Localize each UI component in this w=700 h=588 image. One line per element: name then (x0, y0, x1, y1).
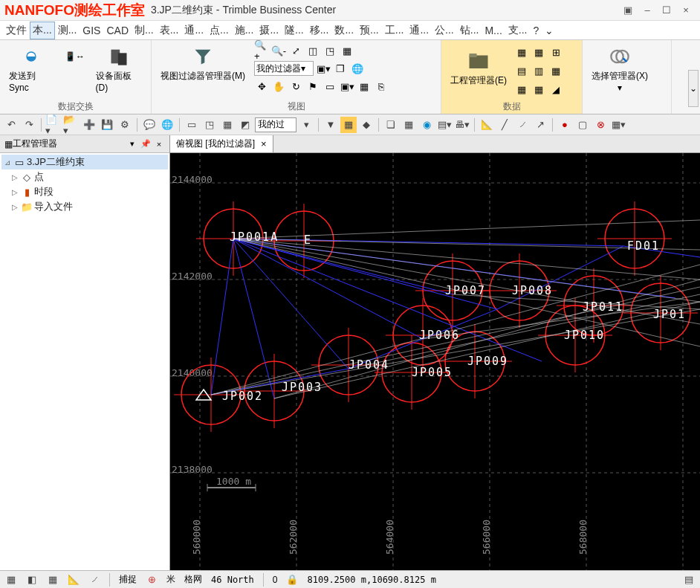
menu-6[interactable]: 表... (157, 22, 182, 39)
cube-icon[interactable]: ◳ (323, 43, 337, 58)
viewport[interactable]: 2144000 2142000 2140000 2138000 560000 5… (170, 153, 700, 570)
minimize-icon[interactable]: – (638, 2, 657, 19)
t6-icon[interactable]: ◩ (237, 117, 253, 133)
sb-i1-icon[interactable]: ▦ (3, 572, 19, 588)
t10-icon[interactable]: ▦ (401, 117, 417, 133)
box-icon[interactable]: ▣▾ (316, 61, 331, 76)
open-icon[interactable]: 📂▾ (63, 117, 80, 133)
menu-16[interactable]: 通... (406, 22, 432, 39)
menu-11[interactable]: 隧... (282, 22, 307, 39)
toolbar-filter-dropdown[interactable]: 我的过 (255, 117, 296, 132)
close-icon[interactable]: × (676, 2, 696, 19)
d6-icon[interactable]: ▦ (548, 63, 563, 78)
view-icon[interactable]: ▦ (340, 43, 354, 58)
sb-i5-icon[interactable]: ⟋ (86, 572, 103, 588)
viewport-canvas[interactable]: 2144000 2142000 2140000 2138000 560000 5… (170, 153, 700, 570)
t4-icon[interactable]: ◳ (201, 117, 218, 133)
sb-snap-icon[interactable]: ⊕ (143, 572, 160, 588)
d5-icon[interactable]: ▥ (531, 63, 546, 78)
sb-i3-icon[interactable]: ▦ (45, 572, 61, 588)
new-icon[interactable]: 📄▾ (45, 117, 62, 133)
m1-icon[interactable]: 📐 (479, 117, 495, 133)
menu-dropdown-icon[interactable]: ⌄ (542, 22, 557, 39)
sb-end-icon[interactable]: ▤ (681, 572, 697, 588)
d8-icon[interactable]: ▦ (531, 82, 546, 97)
sb-lock-icon[interactable]: 🔒 (284, 572, 300, 588)
hand-icon[interactable]: ✋ (271, 79, 286, 94)
menu-8[interactable]: 点... (207, 22, 232, 39)
stop-icon[interactable]: ▢ (574, 117, 591, 133)
zoom-extent-icon[interactable]: ⤢ (288, 43, 303, 58)
project-manager-button[interactable]: 工程管理器(E) (446, 48, 511, 88)
layers-icon[interactable]: ❏ (383, 117, 399, 133)
selection-manager-button[interactable]: 选择管理器(X)▾ (587, 43, 652, 94)
device-button[interactable]: 📱↔ (59, 43, 91, 71)
undo-icon[interactable]: ↶ (3, 117, 19, 133)
delete-icon[interactable]: ⊗ (592, 117, 609, 133)
sb-i2-icon[interactable]: ◧ (24, 572, 40, 588)
tree-points[interactable]: ▷◇点 (1, 169, 168, 184)
menu-19[interactable]: M... (482, 22, 505, 39)
orbit-icon[interactable]: ↻ (288, 79, 303, 94)
d7-icon[interactable]: ▦ (514, 82, 529, 97)
tree-root[interactable]: ⊿▭3.JP二维约束 (1, 155, 168, 169)
menu-10[interactable]: 摄... (256, 22, 282, 39)
menu-5[interactable]: 制... (132, 22, 157, 39)
ribbon-expand-icon[interactable]: ⌄ (688, 70, 699, 107)
cube3-icon[interactable]: ▦ (357, 79, 372, 94)
settings-icon[interactable]: ⚙ (117, 117, 133, 133)
sb-i4-icon[interactable]: 📐 (65, 572, 82, 588)
restore-down-icon[interactable]: ▣ (618, 2, 638, 19)
project-tree[interactable]: ⊿▭3.JP二维约束 ▷◇点 ▷▮时段 ▷📁导入文件 (0, 153, 169, 570)
print-icon[interactable]: 🖶▾ (454, 117, 470, 133)
redo-icon[interactable]: ↷ (21, 117, 37, 133)
zoom-out-icon[interactable]: 🔍- (271, 43, 286, 58)
t12-icon[interactable]: ▤▾ (436, 117, 453, 133)
play-icon[interactable]: ▦▾ (610, 117, 626, 133)
flag-icon[interactable]: ⚑ (305, 79, 320, 94)
tree-imports[interactable]: ▷📁导入文件 (1, 199, 168, 214)
zoom-in-icon[interactable]: 🔍+ (254, 43, 269, 58)
menu-20[interactable]: 支... (505, 22, 531, 39)
sidebar-pin-icon[interactable]: 📌 (140, 138, 152, 150)
t1-icon[interactable]: 💬 (141, 117, 158, 133)
zoom-window-icon[interactable]: ◫ (305, 43, 320, 58)
t3-icon[interactable]: ▭ (184, 117, 200, 133)
sync-button[interactable]: 发送到Sync (4, 43, 59, 94)
rect-icon[interactable]: ▭ (323, 79, 337, 94)
menu-survey[interactable]: 测... (55, 22, 80, 39)
m3-icon[interactable]: ⟋ (514, 117, 531, 133)
t8-icon[interactable]: ▦ (340, 117, 357, 133)
tab-planview[interactable]: 俯视图 [我的过滤器] × (170, 135, 273, 152)
d1-icon[interactable]: ▦ (514, 45, 529, 59)
sidebar-options-icon[interactable]: ▾ (126, 138, 138, 150)
m2-icon[interactable]: ╱ (496, 117, 513, 133)
funnel-icon[interactable]: ▼ (323, 117, 339, 133)
t11-icon[interactable]: ◉ (418, 117, 435, 133)
pan-icon[interactable]: ✥ (254, 79, 269, 94)
menu-15[interactable]: 工... (382, 22, 407, 39)
add-icon[interactable]: ➕ (81, 117, 97, 133)
menu-gis[interactable]: GIS (80, 22, 103, 39)
t9-icon[interactable]: ◆ (358, 117, 375, 133)
layer-icon[interactable]: ❐ (333, 61, 348, 76)
menu-14[interactable]: 预... (357, 22, 382, 39)
filter-dropdown[interactable]: 我的过滤器 ▾ (254, 61, 314, 76)
menu-12[interactable]: 移... (307, 22, 332, 39)
menu-9[interactable]: 施... (232, 22, 257, 39)
menu-file[interactable]: 文件 (3, 22, 30, 39)
sidebar-close-icon[interactable]: × (153, 138, 165, 150)
menu-home[interactable]: 本... (30, 22, 55, 39)
menu-18[interactable]: 钻... (457, 22, 482, 39)
menu-7[interactable]: 通... (181, 22, 207, 39)
d4-icon[interactable]: ▤ (514, 63, 529, 78)
menu-17[interactable]: 公... (432, 22, 457, 39)
tree-sessions[interactable]: ▷▮时段 (1, 184, 168, 199)
t2-icon[interactable]: 🌐 (159, 117, 175, 133)
menu-13[interactable]: 数... (331, 22, 357, 39)
record-icon[interactable]: ● (557, 117, 573, 133)
t7-icon[interactable]: ▾ (298, 117, 314, 133)
t5-icon[interactable]: ▦ (219, 117, 236, 133)
d3-icon[interactable]: ⊞ (548, 45, 563, 59)
tab-close-icon[interactable]: × (261, 138, 267, 149)
